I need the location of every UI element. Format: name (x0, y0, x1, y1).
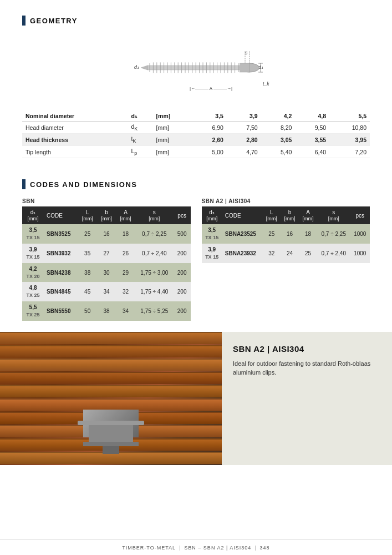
sbn-a2-code-1: SBNA23932 (222, 244, 263, 263)
sbn-b-2: 30 (97, 263, 116, 282)
sbn-col-d1: d₁[mm] (22, 206, 44, 224)
bottom-info-title: SBN A2 | AISI304 (233, 344, 381, 354)
geo-row-tip-length: Tip length Lp [mm] 5,00 4,70 5,40 6,40 7… (22, 146, 370, 158)
footer-sep2: | (254, 545, 256, 551)
footer-text2: SBN – SBN A2 | AISI304 (184, 545, 251, 551)
geo-header-55: 5,5 (329, 111, 370, 122)
sbn-col-s: s[mm] (135, 206, 174, 224)
geo-val-tl-39: 4,70 (227, 146, 261, 158)
sbn-L-3: 45 (78, 282, 96, 301)
sbn-a2-A-0: 18 (299, 224, 317, 244)
sbn-code-1: SBN3932 (44, 244, 78, 263)
screw-diagram: d₁ d₁ s t_k |←——— A ———→| (22, 34, 370, 101)
screw-svg: d₁ d₁ s t_k |←——— A ———→| (108, 40, 285, 95)
sbn-b-3: 34 (97, 282, 116, 301)
sbn-s-0: 0,7 ÷ 2,25 (135, 224, 174, 244)
geo-sym-head-diam: dK (128, 122, 152, 134)
sbn-d1-0: 3,5 TX 15 (22, 224, 44, 244)
product-image (0, 332, 222, 465)
geo-val-ht-42: 3,05 (261, 134, 296, 146)
sbn-a2-col-L: L[mm] (262, 206, 281, 224)
sbn-d1-1: 3,9 TX 15 (22, 244, 44, 263)
geo-unit-head-diam: [mm] (153, 122, 193, 134)
sbn-row-1: 3,9 TX 15 SBN3932 35 27 26 0,7 ÷ 2,40 20… (22, 244, 191, 263)
sbn-col-A: A[mm] (116, 206, 135, 224)
sbn-a2-pcs-1: 1000 (350, 244, 370, 263)
sbn-col-code: CODE (44, 206, 78, 224)
sbn-a2-col-code: CODE (222, 206, 263, 224)
sbn-a2-col-b: b[mm] (281, 206, 299, 224)
sbn-A-1: 26 (116, 244, 135, 263)
sbn-col-pcs: pcs (174, 206, 191, 224)
geo-label-tip: Tip length (22, 146, 128, 158)
svg-rect-7 (147, 65, 240, 70)
sbn-s-3: 1,75 ÷ 4,40 (135, 282, 174, 301)
sbn-a2-table-block: SBN A2 | AISI304 d₁[mm] CODE L[mm] b[mm]… (202, 198, 370, 263)
sbn-code-0: SBN3525 (44, 224, 78, 244)
sbn-b-4: 38 (97, 301, 116, 321)
sbn-a2-L-0: 25 (262, 224, 281, 244)
geo-val-hd-48: 9,50 (295, 122, 329, 134)
sbn-code-4: SBN5550 (44, 301, 78, 321)
sbn-table: d₁[mm] CODE L[mm] b[mm] A[mm] s[mm] pcs … (22, 206, 191, 320)
sbn-a2-d1-0: 3,5 TX 15 (202, 224, 222, 244)
sbn-L-2: 38 (78, 263, 96, 282)
sbn-a2-s-1: 0,7 ÷ 2,40 (317, 244, 350, 263)
geo-val-hd-39: 7,50 (227, 122, 261, 134)
svg-rect-43 (103, 446, 119, 454)
sbn-L-4: 50 (78, 301, 96, 321)
sbn-col-b: b[mm] (97, 206, 116, 224)
geo-sym-tip: Lp (128, 146, 152, 158)
geo-val-ht-35: 2,60 (192, 134, 227, 146)
geo-val-tl-42: 5,40 (261, 146, 296, 158)
sbn-code-3: SBN4845 (44, 282, 78, 301)
geo-val-hd-55: 10,80 (329, 122, 370, 134)
codes-section: CODES AND DIMENSIONS SBN d₁[mm] CODE L[m… (0, 164, 392, 326)
geo-val-tl-48: 6,40 (295, 146, 329, 158)
footer: TIMBER-TO-METAL | SBN – SBN A2 | AISI304… (0, 539, 392, 555)
geo-header-35: 3,5 (192, 111, 227, 122)
sbn-a2-pcs-0: 1000 (350, 224, 370, 244)
sbn-pcs-4: 200 (174, 301, 191, 321)
footer-sep1: | (179, 545, 181, 551)
svg-rect-42 (83, 442, 139, 446)
geo-val-tl-35: 5,00 (192, 146, 227, 158)
title-bar-accent (22, 16, 26, 26)
geometry-section-title: GEOMETRY (22, 16, 370, 26)
geo-header-symbol: d₁ (128, 111, 152, 122)
sbn-pcs-1: 200 (174, 244, 191, 263)
sbn-A-3: 32 (116, 282, 135, 301)
geometry-section: GEOMETRY d₁ d₁ s t_k |←——— A ———→| (0, 0, 392, 164)
geo-val-tl-55: 7,20 (329, 146, 370, 158)
geo-header-unit: [mm] (153, 111, 193, 122)
geo-sym-head-thick: tK (128, 134, 152, 146)
sbn-L-0: 25 (78, 224, 96, 244)
bottom-section: SBN A2 | AISI304 Ideal for outdoor faste… (0, 332, 392, 465)
geo-label-head-diam: Head diameter (22, 122, 128, 134)
bottom-info-text: Ideal for outdoor fastening to standard … (233, 359, 381, 377)
svg-text:t_k: t_k (263, 81, 269, 87)
sbn-s-2: 1,75 ÷ 3,00 (135, 263, 174, 282)
geo-header-42: 4,2 (261, 111, 296, 122)
geo-header-48: 4,8 (295, 111, 329, 122)
bottom-info-box: SBN A2 | AISI304 Ideal for outdoor faste… (222, 332, 392, 465)
svg-rect-41 (89, 425, 133, 442)
geo-val-hd-42: 8,20 (261, 122, 296, 134)
sbn-A-4: 34 (116, 301, 135, 321)
sbn-a2-table: d₁[mm] CODE L[mm] b[mm] A[mm] s[mm] pcs … (202, 206, 370, 263)
codes-section-title: CODES AND DIMENSIONS (22, 179, 370, 189)
sbn-pcs-0: 500 (174, 224, 191, 244)
sbn-a2-row-1: 3,9 TX 15 SBNA23932 32 24 25 0,7 ÷ 2,40 … (202, 244, 370, 263)
sbn-code-2: SBN4238 (44, 263, 78, 282)
sbn-a2-col-d1: d₁[mm] (202, 206, 222, 224)
sbn-A-2: 29 (116, 263, 135, 282)
sbn-row-2: 4,2 TX 20 SBN4238 38 30 29 1,75 ÷ 3,00 2… (22, 263, 191, 282)
geo-val-ht-48: 3,55 (295, 134, 329, 146)
sbn-a2-col-A: A[mm] (299, 206, 317, 224)
sbn-a2-b-1: 24 (281, 244, 299, 263)
sbn-A-0: 18 (116, 224, 135, 244)
sbn-a2-L-1: 32 (262, 244, 281, 263)
geo-val-ht-55: 3,95 (329, 134, 370, 146)
geo-val-hd-35: 6,90 (192, 122, 227, 134)
sbn-b-1: 27 (97, 244, 116, 263)
